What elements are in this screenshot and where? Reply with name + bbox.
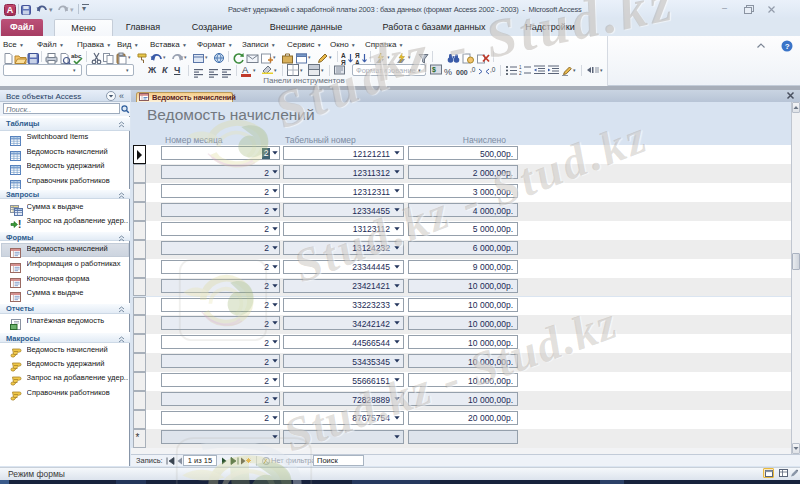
- svg-text:!: !: [18, 219, 21, 230]
- svg-text:?: ?: [785, 42, 790, 51]
- svg-text:abc: abc: [71, 53, 82, 59]
- svg-text:1: 1: [519, 65, 522, 70]
